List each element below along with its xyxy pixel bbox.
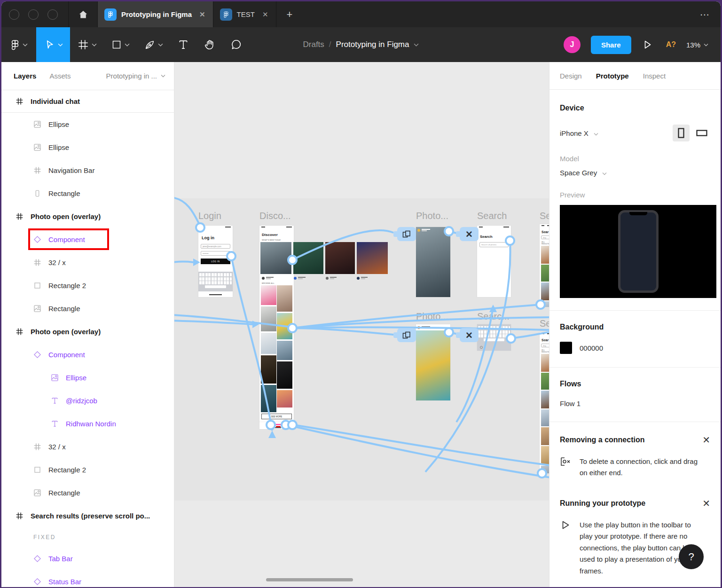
photo-thumb bbox=[541, 409, 549, 426]
layer-row-ridhwan-nordin[interactable]: Ridhwan Nordin bbox=[1, 412, 174, 435]
frame-label-discover[interactable]: Disco... bbox=[259, 211, 291, 221]
window-overflow-menu-button[interactable]: ⋯ bbox=[690, 1, 721, 27]
frame-label-search[interactable]: Search bbox=[477, 211, 507, 221]
help-button[interactable]: ? bbox=[679, 544, 704, 569]
se-input[interactable]: dog bbox=[541, 344, 549, 347]
tab-assets[interactable]: Assets bbox=[49, 72, 71, 80]
new-tab-button[interactable]: + bbox=[276, 1, 303, 27]
layer-row-32-x[interactable]: 32 / x bbox=[1, 251, 174, 274]
horizontal-scrollbar[interactable] bbox=[266, 578, 353, 581]
chevron-down-icon bbox=[161, 74, 165, 78]
layer-label: Photo open (overlay) bbox=[31, 212, 101, 220]
layer-row-individual-chat[interactable]: Individual chat bbox=[1, 90, 174, 113]
flow-item[interactable]: Flow 1 bbox=[560, 400, 710, 408]
overlay-badge[interactable] bbox=[397, 328, 416, 342]
layer-row-photo-open-overlay[interactable]: Photo open (overlay) bbox=[1, 205, 174, 228]
frame-search-results-bottom[interactable]: Sear dog ALL RESULTS bbox=[540, 332, 549, 473]
dismiss-tip-button[interactable]: ✕ bbox=[702, 434, 710, 446]
model-select[interactable]: Space Grey bbox=[560, 169, 710, 177]
see-more-button[interactable]: SEE MORE bbox=[261, 414, 292, 419]
maximize-window-button[interactable] bbox=[47, 9, 58, 20]
device-select[interactable]: iPhone X bbox=[560, 129, 598, 137]
minimize-window-button[interactable] bbox=[28, 9, 39, 20]
missing-fonts-indicator[interactable]: A? bbox=[666, 40, 676, 49]
layer-row-rectangle[interactable]: Rectangle bbox=[1, 481, 174, 504]
share-button[interactable]: Share bbox=[591, 36, 631, 54]
layer-row-tab-bar[interactable]: Tab Bar bbox=[1, 547, 174, 570]
layer-row-ellipse[interactable]: Ellipse bbox=[1, 366, 174, 389]
text-tool-button[interactable] bbox=[170, 27, 196, 62]
layer-row-photo-open-overlay[interactable]: Photo open (overlay) bbox=[1, 320, 174, 343]
comment-tool-button[interactable] bbox=[223, 27, 250, 62]
email-field[interactable]: jane@example.com bbox=[201, 244, 230, 249]
move-tool-button[interactable] bbox=[36, 27, 70, 62]
frame-label-se-top[interactable]: Se... bbox=[540, 211, 549, 221]
search-input[interactable]: Search all photos bbox=[479, 242, 509, 247]
frame-search[interactable]: Search Search all photos bbox=[477, 226, 511, 297]
layer-row-32-x[interactable]: 32 / x bbox=[1, 435, 174, 458]
canvas[interactable]: Login Disco... Photo... Search Se... Pho… bbox=[174, 62, 549, 587]
se-input[interactable]: dog bbox=[541, 235, 549, 239]
layer-row-rectangle[interactable]: Rectangle bbox=[1, 182, 174, 205]
layer-row-ellipse[interactable]: Ellipse bbox=[1, 113, 174, 136]
background-color-swatch[interactable] bbox=[560, 342, 572, 354]
tab-layers[interactable]: Layers bbox=[14, 72, 36, 80]
layer-row-status-bar[interactable]: Status Bar bbox=[1, 570, 174, 587]
layer-row-component[interactable]: Component bbox=[1, 228, 174, 251]
frame-photo-dog[interactable] bbox=[416, 324, 450, 400]
frame-photo-top[interactable] bbox=[416, 227, 450, 297]
tab-test[interactable]: TEST ✕ bbox=[213, 1, 276, 27]
dismiss-tip-button[interactable]: ✕ bbox=[702, 498, 710, 509]
background-hex-value[interactable]: 000000 bbox=[580, 344, 603, 352]
overlay-badge[interactable] bbox=[397, 227, 416, 241]
orientation-portrait-button[interactable] bbox=[673, 125, 690, 141]
tab-design[interactable]: Design bbox=[560, 72, 582, 80]
login-button[interactable]: LOG IN bbox=[201, 259, 230, 264]
frame-login[interactable]: Log in jane@example.com •••••••• LOG IN bbox=[198, 226, 233, 297]
layer-row-ridzjcob[interactable]: @ridzjcob bbox=[1, 389, 174, 412]
text-icon bbox=[51, 397, 59, 405]
close-connection-badge[interactable]: ✕ bbox=[460, 328, 479, 342]
hand-tool-button[interactable] bbox=[196, 27, 223, 62]
tab-bar-accent bbox=[275, 424, 281, 425]
zoom-level-control[interactable]: 13% bbox=[686, 41, 708, 49]
avatar[interactable]: J bbox=[564, 36, 581, 53]
close-connection-badge[interactable]: ✕ bbox=[460, 227, 479, 241]
main-menu-button[interactable] bbox=[1, 27, 36, 62]
tab-prototype[interactable]: Prototype bbox=[596, 72, 629, 80]
pen-tool-button[interactable] bbox=[137, 27, 170, 62]
landscape-icon bbox=[696, 130, 707, 136]
orientation-landscape-button[interactable] bbox=[693, 125, 710, 141]
frame-label-photo-dog[interactable]: Photo... bbox=[416, 311, 448, 322]
tab-prototyping-in-figma[interactable]: Prototyping in Figma ✕ bbox=[98, 1, 213, 27]
layer-row-rectangle[interactable]: Rectangle bbox=[1, 297, 174, 320]
breadcrumb-project[interactable]: Drafts bbox=[303, 40, 324, 49]
present-play-button[interactable] bbox=[642, 39, 653, 50]
layer-row-rectangle-2[interactable]: Rectangle 2 bbox=[1, 274, 174, 297]
home-tab-button[interactable] bbox=[69, 1, 98, 27]
frame-label-se-bottom[interactable]: Se... bbox=[540, 318, 549, 329]
frame-label-login[interactable]: Login bbox=[198, 211, 221, 221]
frame-search-keyboard[interactable] bbox=[477, 324, 511, 351]
page-selector[interactable]: Prototyping in ... bbox=[106, 72, 165, 80]
layer-row-component[interactable]: Component bbox=[1, 343, 174, 366]
frame-label-search-kb[interactable]: Searc... bbox=[477, 311, 510, 322]
frame-tool-button[interactable] bbox=[70, 27, 104, 62]
close-tab-icon[interactable]: ✕ bbox=[199, 10, 205, 19]
file-title[interactable]: Prototyping in Figma bbox=[336, 40, 409, 49]
component-icon bbox=[33, 578, 41, 586]
layer-row-navigation-bar[interactable]: Navigation Bar bbox=[1, 159, 174, 182]
comment-tool-icon bbox=[230, 39, 243, 51]
layer-row-ellipse[interactable]: Ellipse bbox=[1, 136, 174, 159]
shape-tool-button[interactable] bbox=[104, 27, 137, 62]
layer-row-rectangle-2[interactable]: Rectangle 2 bbox=[1, 458, 174, 481]
tab-inspect[interactable]: Inspect bbox=[643, 72, 666, 80]
close-window-button[interactable] bbox=[9, 9, 19, 20]
layer-label: @ridzjcob bbox=[66, 397, 97, 405]
layer-row-search-results-preserve-scroll-po[interactable]: Search results (preserve scroll po... bbox=[1, 504, 174, 527]
frame-search-results-top[interactable]: Sear dog ALL RESULTS bbox=[540, 224, 549, 307]
frame-label-photo-top[interactable]: Photo... bbox=[416, 211, 448, 221]
password-field[interactable]: •••••••• bbox=[201, 251, 230, 256]
chevron-down-icon[interactable] bbox=[414, 43, 419, 47]
close-tab-icon[interactable]: ✕ bbox=[262, 10, 268, 19]
